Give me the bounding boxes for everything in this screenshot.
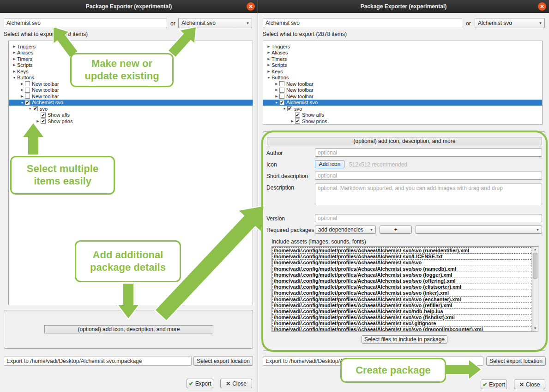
tree-item-svo[interactable]: ▼✔svo — [9, 106, 253, 112]
asset-item[interactable]: /home/vadi/.config/mudlet/profiles/Achae… — [272, 253, 531, 260]
checkbox-unchecked[interactable] — [25, 94, 30, 99]
chevron-right-icon[interactable]: ▶ — [12, 45, 17, 48]
tree-item-buttons[interactable]: ▼Buttons — [9, 75, 253, 81]
tree-item-aliases[interactable]: ▶Aliases — [263, 50, 542, 56]
checkbox-checked[interactable]: ✔ — [41, 113, 46, 118]
add-icon-button[interactable]: Add icon — [315, 160, 344, 168]
tree-item-new-toolbar[interactable]: ▶New toolbar — [9, 87, 253, 94]
tree-item-show-affs[interactable]: ✔Show affs — [9, 112, 253, 119]
checkbox-checked[interactable]: ✔ — [295, 113, 300, 118]
existing-package-dropdown[interactable]: Alchemist svo ▼ — [475, 18, 545, 28]
chevron-right-icon[interactable]: ▶ — [266, 57, 271, 61]
dependencies-dropdown[interactable]: add dependencies ▼ — [315, 226, 376, 234]
chevron-down-icon[interactable]: ▼ — [12, 76, 17, 79]
asset-item[interactable]: /home/vadi/.config/mudlet/profiles/Achae… — [272, 272, 531, 278]
checkbox-unchecked[interactable] — [279, 88, 284, 93]
chevron-down-icon[interactable]: ▼ — [27, 107, 33, 110]
chevron-down-icon[interactable]: ▼ — [19, 101, 25, 104]
select-files-button[interactable]: Select files to include in package — [362, 335, 447, 344]
author-input[interactable] — [315, 148, 542, 157]
assets-scrollbar[interactable]: ▲ ▼ — [532, 247, 538, 331]
checkbox-unchecked[interactable] — [279, 94, 284, 99]
package-name-input[interactable] — [4, 18, 167, 28]
asset-item[interactable]: /home/vadi/.config/mudlet/profiles/Achae… — [272, 308, 531, 315]
version-input[interactable] — [315, 214, 542, 222]
chevron-right-icon[interactable]: ▶ — [19, 88, 25, 92]
close-button[interactable]: ✕ Close — [220, 379, 252, 388]
optional-details-header[interactable]: (optional) add icon, description, and mo… — [44, 325, 213, 333]
chevron-right-icon[interactable]: ▶ — [12, 70, 17, 73]
chevron-down-icon[interactable]: ▼ — [282, 107, 287, 110]
short-description-input[interactable] — [315, 172, 542, 180]
asset-item[interactable]: /home/vadi/.config/mudlet/profiles/Achae… — [272, 302, 531, 309]
chevron-right-icon[interactable]: ▶ — [12, 63, 17, 67]
tree-item-show-prios[interactable]: ▶✔Show prios — [9, 118, 253, 125]
chevron-right-icon[interactable]: ▶ — [274, 95, 279, 98]
optional-details-header[interactable]: (optional) add icon, description, and mo… — [267, 137, 542, 145]
chevron-right-icon[interactable]: ▶ — [12, 57, 17, 61]
tree-item-triggers[interactable]: ▶Triggers — [263, 43, 542, 50]
titlebar[interactable]: Package Exporter (experimental) ✕ — [0, 0, 258, 13]
asset-item[interactable]: /home/vadi/.config/mudlet/profiles/Achae… — [272, 320, 531, 327]
tree-item-new-toolbar[interactable]: ▶New toolbar — [263, 93, 542, 100]
asset-item[interactable]: /home/vadi/.config/mudlet/profiles/Achae… — [272, 296, 531, 303]
tree-item-new-toolbar[interactable]: ▶New toolbar — [263, 81, 542, 87]
tree-item-triggers[interactable]: ▶Triggers — [9, 43, 253, 50]
chevron-right-icon[interactable]: ▶ — [290, 119, 295, 123]
tree-item-new-toolbar[interactable]: ▶New toolbar — [9, 81, 253, 87]
tree-item-keys[interactable]: ▶Keys — [9, 68, 253, 75]
checkbox-checked[interactable]: ✔ — [25, 100, 30, 105]
tree-item-alchemist-svo[interactable]: ▼✔Alchemist svo — [263, 100, 542, 106]
close-icon[interactable]: ✕ — [538, 2, 546, 11]
chevron-right-icon[interactable]: ▶ — [274, 82, 279, 86]
dependency-list-dropdown[interactable]: ▼ — [416, 226, 542, 234]
chevron-right-icon[interactable]: ▶ — [12, 51, 17, 54]
add-dependency-button[interactable]: + — [380, 226, 412, 234]
tree-item-new-toolbar[interactable]: ▶New toolbar — [263, 87, 542, 94]
close-button[interactable]: ✕ Close — [514, 380, 545, 389]
asset-item[interactable]: /home/vadi/.config/mudlet/profiles/Achae… — [272, 259, 531, 266]
checkbox-unchecked[interactable] — [25, 81, 30, 86]
export-button[interactable]: ✔ Export — [187, 379, 213, 388]
tree-item-new-toolbar[interactable]: ▶New toolbar — [9, 93, 253, 100]
scroll-down-icon[interactable]: ▼ — [532, 326, 538, 331]
chevron-right-icon[interactable]: ▶ — [266, 51, 271, 54]
checkbox-checked[interactable]: ✔ — [33, 106, 38, 111]
chevron-right-icon[interactable]: ▶ — [274, 88, 279, 92]
chevron-right-icon[interactable]: ▶ — [19, 95, 25, 98]
export-button[interactable]: ✔ Export — [481, 380, 507, 389]
asset-item[interactable]: /home/vadi/.config/mudlet/profiles/Achae… — [272, 266, 531, 272]
chevron-right-icon[interactable]: ▶ — [19, 82, 25, 86]
description-textarea[interactable] — [315, 184, 542, 205]
checkbox-checked[interactable]: ✔ — [295, 119, 300, 124]
asset-item[interactable]: /home/vadi/.config/mudlet/profiles/Achae… — [272, 326, 531, 331]
tree-item-keys[interactable]: ▶Keys — [263, 68, 542, 75]
checkbox-checked[interactable]: ✔ — [41, 119, 46, 124]
chevron-right-icon[interactable]: ▶ — [266, 45, 271, 48]
checkbox-checked[interactable]: ✔ — [279, 100, 284, 105]
close-icon[interactable]: ✕ — [247, 2, 255, 11]
chevron-right-icon[interactable]: ▶ — [266, 63, 271, 67]
tree-item-show-affs[interactable]: ✔Show affs — [263, 112, 542, 119]
package-name-input[interactable] — [263, 18, 462, 28]
select-export-location-button[interactable]: Select export location — [486, 356, 546, 366]
scrollbar-thumb[interactable] — [533, 253, 537, 279]
asset-item[interactable]: /home/vadi/.config/mudlet/profiles/Achae… — [272, 314, 531, 321]
tree-item-timers[interactable]: ▶Timers — [263, 56, 542, 62]
tree-item-svo[interactable]: ▼✔svo — [263, 106, 542, 112]
chevron-right-icon[interactable]: ▶ — [266, 70, 271, 73]
asset-item[interactable]: /home/vadi/.config/mudlet/profiles/Achae… — [272, 284, 531, 290]
tree-item-buttons[interactable]: ▼Buttons — [263, 75, 542, 81]
titlebar[interactable]: Package Exporter (experimental) ✕ — [258, 0, 549, 13]
chevron-down-icon[interactable]: ▼ — [274, 101, 279, 104]
checkbox-checked[interactable]: ✔ — [287, 106, 292, 111]
existing-package-dropdown[interactable]: Alchemist svo ▼ — [178, 18, 252, 28]
asset-item[interactable]: /home/vadi/.config/mudlet/profiles/Achae… — [272, 278, 531, 284]
tree-item-timers[interactable]: ▶Timers — [9, 56, 253, 62]
tree-item-alchemist-svo[interactable]: ▼✔Alchemist svo — [9, 100, 253, 106]
asset-item[interactable]: /home/vadi/.config/mudlet/profiles/Achae… — [272, 290, 531, 296]
select-export-location-button[interactable]: Select export location — [193, 356, 253, 366]
tree-item-show-prios[interactable]: ▶✔Show prios — [263, 118, 542, 125]
tree-item-aliases[interactable]: ▶Aliases — [9, 50, 253, 56]
checkbox-unchecked[interactable] — [279, 81, 284, 86]
